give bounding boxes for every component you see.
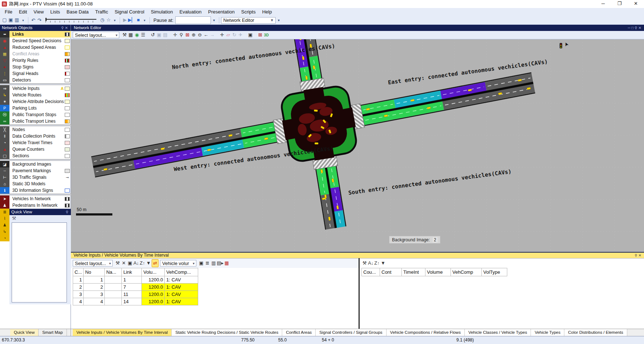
wrench-icon[interactable]: ⚒ bbox=[11, 215, 17, 222]
save-icon[interactable]: ▥ bbox=[14, 16, 20, 24]
close-icon[interactable]: ✕ bbox=[65, 26, 69, 30]
menu-file[interactable]: File bbox=[1, 8, 16, 16]
network-objects-header[interactable]: Network Objects ⚲✕ bbox=[0, 25, 71, 31]
sidebar-item-sections[interactable]: ▢Sections bbox=[0, 153, 71, 159]
map-x-icon[interactable]: ⊠ bbox=[257, 31, 263, 39]
3d-icon[interactable]: 3D bbox=[263, 32, 269, 39]
close-button[interactable]: ✕ bbox=[628, 0, 644, 8]
overflow-icon[interactable]: ▾ bbox=[141, 17, 148, 24]
sidebar-item-background-images[interactable]: ◪Background Images bbox=[0, 161, 71, 167]
minimize-button[interactable]: ─ bbox=[595, 0, 611, 8]
quick-mode-icon[interactable]: ☆ bbox=[105, 16, 112, 24]
sidebar-item-vehicle-inputs[interactable]: ⇒Vehicle InputsA bbox=[0, 85, 71, 92]
sidebar-item-public-transport-lines[interactable]: ═Public Transport Lines bbox=[0, 118, 71, 124]
vehicle-inputs-header[interactable]: Na... bbox=[105, 268, 122, 276]
add-grid-icon[interactable]: ▦ bbox=[224, 260, 230, 267]
table-cell[interactable]: 1: CAV bbox=[165, 291, 198, 298]
sidebar-item-vehicle-attribute-decisions[interactable]: ✶Vehicle Attribute Decisions bbox=[0, 98, 71, 105]
paste-icon[interactable]: ▤ bbox=[162, 31, 168, 39]
sidebar-item-parking-lots[interactable]: PParking Lots bbox=[0, 105, 71, 111]
sidebar-item-pavement-markings[interactable]: ╌Pavement Markings bbox=[0, 167, 71, 174]
table-cell[interactable] bbox=[105, 291, 122, 298]
table-cell[interactable]: 1 bbox=[122, 276, 142, 284]
table-cell[interactable]: 1 bbox=[73, 276, 84, 284]
table-cell[interactable]: 2 bbox=[73, 284, 84, 291]
list-tab[interactable]: Vehicle Compositions / Relative Flows bbox=[387, 329, 465, 336]
sidebar-item-queue-counters[interactable]: ▲Queue Counters bbox=[0, 146, 71, 153]
simulation-speed-icon[interactable]: ◷ bbox=[99, 16, 105, 24]
sidebar-item-3d-traffic-signals[interactable]: ⊢3D Traffic Signals⊸ bbox=[0, 174, 71, 181]
net-icon[interactable]: ▦ bbox=[128, 31, 134, 39]
sync-selection-icon[interactable]: ⇄ bbox=[152, 259, 159, 267]
vehicle-volumes-header[interactable]: Cou... bbox=[362, 268, 380, 276]
sidebar-item-signal-heads[interactable]: ⋮Signal Heads bbox=[0, 70, 71, 77]
menu-view[interactable]: View bbox=[30, 8, 47, 16]
menu-presentation[interactable]: Presentation bbox=[205, 8, 238, 16]
sort-desc-icon[interactable]: Z↑ bbox=[139, 260, 145, 267]
menu-scripts[interactable]: Scripts bbox=[238, 8, 259, 16]
vehicle-volumes-header[interactable]: Volume bbox=[425, 268, 451, 276]
table-cell[interactable]: 14 bbox=[122, 298, 142, 305]
open-file-icon[interactable]: ▣ bbox=[8, 16, 14, 24]
sidebar-item-vehicle-routes[interactable]: ↳Vehicle Routes bbox=[0, 92, 71, 98]
wrench-icon[interactable]: ⚒ bbox=[115, 260, 121, 267]
pan-select-icon[interactable]: ✛ bbox=[172, 31, 178, 39]
table-row[interactable]: 44141200.01: CAV bbox=[73, 298, 198, 305]
database-icon[interactable]: ≣ bbox=[204, 260, 211, 267]
vehicle-volumes-header[interactable]: VehComp bbox=[451, 268, 482, 276]
layout-combo[interactable]: Select layout... ▾ bbox=[73, 260, 113, 266]
table-cell[interactable]: 1 bbox=[84, 276, 105, 284]
sidebar-item-nodes[interactable]: ╳Nodes bbox=[0, 126, 71, 133]
network-canvas[interactable]: North entry: connected autonomous vechic… bbox=[71, 39, 644, 252]
sidebar-item-static-3d-models[interactable]: ⌂Static 3D Models bbox=[0, 181, 71, 187]
forward-icon[interactable]: → bbox=[209, 31, 215, 39]
list-tab[interactable]: Vehicle Types bbox=[531, 329, 564, 336]
tab-quick-view[interactable]: Quick View bbox=[10, 329, 39, 336]
network-editor-header[interactable]: Network Editor ─□⚲✕ bbox=[71, 25, 644, 31]
table-row[interactable]: 33111200.01: CAV bbox=[73, 291, 198, 298]
sidebar-item-detectors[interactable]: ▭Detectors bbox=[0, 77, 71, 83]
sidebar-item-3d-information-signs[interactable]: ℹ3D Information Signs bbox=[0, 187, 71, 194]
table-cell[interactable]: 1200.0 bbox=[142, 284, 165, 291]
list-tab[interactable]: Static Vehicle Routing Decisions / Stati… bbox=[172, 329, 282, 336]
vehicle-inputs-header[interactable]: No bbox=[84, 268, 105, 276]
table-cell[interactable]: 1: CAV bbox=[165, 284, 198, 291]
zoom-network-icon[interactable]: ⊠ bbox=[184, 31, 191, 39]
table-cell[interactable] bbox=[105, 298, 122, 305]
list-tab[interactable]: Signal Controllers / Signal Groups bbox=[316, 329, 386, 336]
sidebar-item-links[interactable]: ╍Links bbox=[0, 31, 71, 37]
sidebar-item-vehicles-in-network[interactable]: ➤Vehicles In Network bbox=[0, 195, 71, 202]
menu-edit[interactable]: Edit bbox=[16, 8, 30, 16]
undo-icon[interactable]: ↶ bbox=[30, 17, 36, 24]
sort-asc-icon[interactable]: A↓ bbox=[368, 260, 374, 267]
minimize-icon[interactable]: ─ bbox=[628, 26, 631, 30]
table-cell[interactable]: 3 bbox=[73, 291, 84, 298]
table-cell[interactable] bbox=[105, 284, 122, 291]
save-icon[interactable]: ▥ bbox=[211, 260, 217, 267]
pin-icon[interactable]: ⚲ bbox=[635, 253, 638, 257]
menu-signal-control[interactable]: Signal Control bbox=[111, 8, 148, 16]
camera-icon[interactable]: ▣ bbox=[247, 31, 253, 39]
list-tab[interactable]: Conflict Areas bbox=[282, 329, 316, 336]
sidebar-item-reduced-speed-areas[interactable]: ▲Reduced Speed Areas bbox=[0, 44, 71, 51]
table-cell[interactable]: 1: CAV bbox=[165, 298, 198, 305]
new-file-icon[interactable]: ▢ bbox=[1, 16, 8, 24]
bottom-panel-header[interactable]: Vehicle Inputs / Vehicle Volumes By Time… bbox=[71, 252, 644, 258]
save-to-file-icon[interactable]: ▤▸ bbox=[217, 260, 224, 267]
zoom-drag-icon[interactable]: ⚲ bbox=[178, 31, 184, 39]
layout-combo[interactable]: Select layout... ▾ bbox=[73, 32, 119, 38]
hand-icon[interactable]: ✛ bbox=[219, 31, 225, 39]
duplicate-icon[interactable]: ▣ bbox=[127, 260, 133, 267]
copy-icon[interactable]: ▣ bbox=[156, 31, 162, 39]
delete-icon[interactable]: ✕ bbox=[121, 260, 127, 267]
globe-icon[interactable]: ◉ bbox=[134, 31, 140, 39]
vehicle-volumes-header[interactable]: Cont bbox=[380, 268, 402, 276]
filter-icon[interactable]: ▼ bbox=[380, 260, 386, 267]
pin-icon[interactable]: ⚲ bbox=[61, 26, 65, 30]
copy-icon[interactable]: ▣ bbox=[198, 260, 204, 267]
sidebar-item-public-transport-stops[interactable]: ⒽPublic Transport Stops bbox=[0, 111, 71, 118]
vehicle-inputs-header[interactable]: VehComp... bbox=[165, 268, 198, 276]
sidebar-item-data-collection-points[interactable]: ‖Data Collection Points bbox=[0, 133, 71, 139]
vehicle-inputs-header[interactable]: Link bbox=[122, 268, 142, 276]
wrench-icon[interactable]: ⚒ bbox=[361, 260, 368, 267]
